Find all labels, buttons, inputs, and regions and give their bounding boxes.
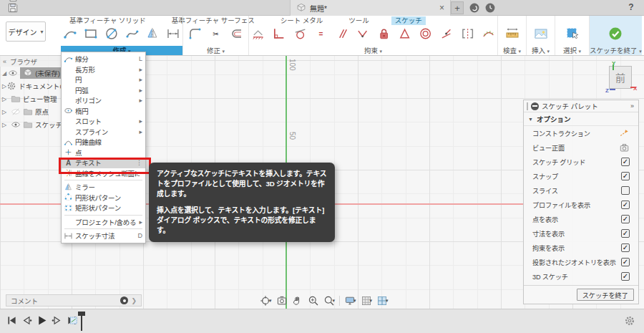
menu-item-rectangular-pattern[interactable]: 矩形状パターン [62, 203, 145, 213]
dim-h-tool[interactable] [164, 24, 182, 43]
expand-icon[interactable]: ❯ [131, 297, 137, 304]
group-label-insert[interactable]: 挿入 ▾ [527, 46, 555, 55]
checkbox-snap[interactable]: ✓ [621, 172, 630, 180]
menu-item-spline[interactable]: スプライン▸ [62, 127, 145, 137]
checkbox-show-constraints[interactable]: ✓ [621, 243, 630, 252]
line-tool[interactable] [61, 24, 79, 43]
menu-item-circular-pattern[interactable]: 円形状パターン [62, 193, 145, 203]
menu-item-slot[interactable]: スロット▸ [62, 116, 145, 127]
menu-item-circle[interactable]: 円▸ [62, 74, 145, 85]
checkbox-show-dimensions[interactable]: ✓ [621, 229, 630, 238]
checkbox-show-profile[interactable]: ✓ [621, 201, 630, 209]
menu-item-mirror[interactable]: ミラー [62, 182, 145, 193]
curvature-tool[interactable] [479, 24, 497, 43]
checkbox-3d-sketch[interactable]: ✓ [621, 272, 630, 281]
menu-item-project-include[interactable]: プロジェクト/含める▸ [62, 217, 145, 228]
step-fwd-button[interactable] [51, 314, 63, 327]
scissors-tool[interactable]: ✂ [207, 24, 225, 43]
group-label-inspect[interactable]: 検査 ▾ [498, 46, 526, 55]
fillet-tool[interactable] [186, 24, 205, 43]
visibility-eye-icon[interactable] [11, 120, 21, 130]
options-label: オプション [537, 114, 571, 124]
orbit-button[interactable]: ▾ [260, 295, 272, 307]
symmetry-tool[interactable] [459, 24, 477, 43]
checkbox-show-points[interactable]: ✓ [621, 215, 630, 223]
selected-node[interactable]: (未保存) [20, 67, 63, 79]
concentric-tool[interactable] [416, 24, 434, 43]
zoom-button[interactable] [308, 295, 319, 307]
visibility-eye-off-icon[interactable] [11, 107, 21, 117]
menu-item-point[interactable]: 点 [62, 148, 145, 158]
expand-arrow-icon[interactable]: ▷ [2, 122, 11, 128]
viewports-button[interactable]: ▾ [376, 295, 389, 307]
skip-start-button[interactable] [6, 314, 18, 327]
equal-tool[interactable]: = [312, 24, 330, 43]
zoomwin-button[interactable]: ▾ [323, 295, 336, 307]
rect-tool[interactable] [82, 24, 100, 43]
circle-diam-tool[interactable] [102, 24, 121, 43]
checkbox-slice[interactable] [621, 186, 630, 195]
ruler-tool[interactable] [503, 24, 522, 43]
workspace-selector[interactable]: デザイン ▾ [6, 21, 46, 42]
gridicon-button[interactable]: ▾ [361, 295, 373, 307]
close-tab-icon[interactable]: × [439, 3, 444, 13]
comments-bar[interactable]: コメント ❯ [6, 294, 142, 307]
lock-tool[interactable] [375, 24, 393, 43]
finish-check-tool[interactable] [606, 24, 625, 43]
save-button[interactable] [0, 2, 23, 14]
gear-icon[interactable] [624, 315, 635, 327]
job-status-icon[interactable] [484, 2, 496, 14]
sym-tri-tool[interactable] [396, 24, 414, 43]
drag-handle[interactable] [527, 102, 528, 110]
fix-tool[interactable] [249, 24, 267, 43]
construction-icon[interactable] [619, 128, 630, 139]
parallel-tool[interactable] [333, 24, 351, 43]
options-section-header[interactable]: ▼ オプション [524, 112, 638, 126]
play-button[interactable] [36, 314, 48, 327]
coincident-tool[interactable] [437, 24, 455, 43]
pan-button[interactable] [292, 295, 303, 307]
minimize-palette-icon[interactable] [531, 102, 539, 110]
mid-tool[interactable] [353, 24, 371, 43]
lookat-button[interactable] [276, 295, 288, 307]
group-label-modify[interactable]: 修正 ▾ [183, 46, 248, 55]
display-button[interactable]: ▾ [344, 295, 356, 307]
sketch-feature-icon[interactable] [69, 315, 79, 326]
group-label-finish-sketch[interactable]: スケッチを終了 ▾ [590, 46, 642, 55]
menu-item-conic-curve[interactable]: 円錐曲線 [62, 137, 145, 148]
conic-icon [64, 137, 73, 147]
menu-separator [64, 215, 142, 216]
offset-tool[interactable] [228, 24, 246, 43]
checkbox-show-projected-geometry[interactable]: ✓ [621, 258, 630, 266]
document-tab[interactable]: 無題* × [290, 0, 451, 16]
perp-tool[interactable] [270, 24, 288, 43]
menu-item-ellipse[interactable]: 楕円 [62, 106, 145, 117]
timeline-marker-flag[interactable] [78, 312, 85, 316]
tangent-tool[interactable] [291, 24, 309, 43]
help-icon[interactable]: ? [625, 1, 637, 13]
menu-item-line[interactable]: 線分L [62, 54, 145, 64]
expand-arrow-icon[interactable]: ▷ [2, 96, 11, 102]
camera-icon[interactable] [619, 143, 630, 153]
select-tool[interactable] [563, 24, 582, 43]
extensions-icon[interactable] [469, 2, 480, 14]
spline-tool[interactable] [123, 24, 142, 43]
image-tool[interactable] [532, 24, 550, 43]
comment-badge-icon[interactable] [120, 296, 128, 304]
finish-sketch-button[interactable]: スケッチを終了 [577, 289, 634, 301]
checkbox-sketch-grid[interactable]: ✓ [621, 158, 630, 166]
new-tab-button[interactable]: + [451, 1, 464, 14]
expand-right-icon[interactable]: » [630, 102, 634, 110]
group-label-constraints[interactable]: 拘束 ▾ [249, 46, 497, 55]
menu-item-polygon[interactable]: ポリゴン▸ [62, 95, 145, 106]
expand-arrow-icon[interactable]: ▷ [2, 109, 11, 115]
viewcube-axis-tick [610, 89, 615, 90]
visibility-eye-icon[interactable] [8, 68, 18, 78]
mirror-tri-tool[interactable] [143, 24, 162, 43]
menu-item-sketch-dimension[interactable]: スケッチ寸法D [62, 231, 145, 241]
group-label-select[interactable]: 選択 ▾ [555, 46, 589, 55]
menu-item-rectangle[interactable]: 長方形▸ [62, 64, 145, 75]
collapse-panel-icon[interactable]: « [3, 58, 6, 65]
menu-item-arc[interactable]: 円弧▸ [62, 85, 145, 96]
step-back-button[interactable] [21, 314, 33, 327]
